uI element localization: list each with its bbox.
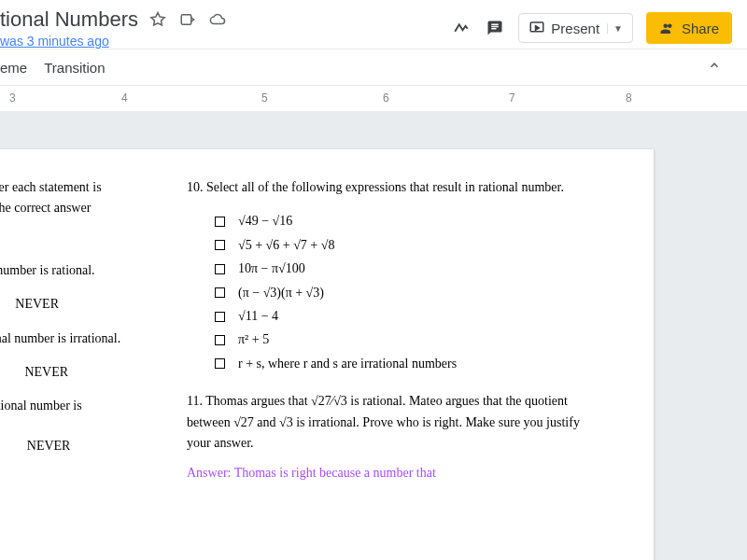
title-left: tional Numbers was 3 minutes ago xyxy=(0,7,228,49)
option-text: 10π − π√100 xyxy=(238,259,305,279)
transition-button[interactable]: Transition xyxy=(44,60,105,76)
title-bar: tional Numbers was 3 minutes ago Present… xyxy=(0,0,747,49)
checkbox-icon[interactable] xyxy=(215,264,225,274)
ruler-mark: 4 xyxy=(121,91,128,105)
present-button[interactable]: Present ▼ xyxy=(518,13,633,43)
ruler-mark: 3 xyxy=(9,91,16,105)
answer-text[interactable]: Answer: Thomas is right because a number… xyxy=(187,463,626,483)
slide-left-column: re whether each statement is . Circle th… xyxy=(0,177,168,560)
last-edit-link[interactable]: was 3 minutes ago xyxy=(0,34,228,49)
comments-icon[interactable] xyxy=(485,18,505,38)
choice-never: NEVER xyxy=(27,436,71,456)
statement-c: d an irrational number is xyxy=(0,396,168,416)
intro-line-1: re whether each statement is xyxy=(0,177,168,198)
horizontal-ruler: 3 4 5 6 7 8 xyxy=(0,86,747,112)
checkbox-icon[interactable] xyxy=(215,335,225,345)
ruler-mark: 5 xyxy=(261,91,268,105)
option-text: π² + 5 xyxy=(238,329,269,350)
q11-line2: between √27 and √3 is irrational. Prove … xyxy=(187,413,626,433)
statement-b: n irrational number is irrational. xyxy=(0,329,168,349)
title-right: Present ▼ Share xyxy=(451,12,732,44)
option-text: √11 − 4 xyxy=(238,306,278,327)
theme-button[interactable]: eme xyxy=(0,60,27,76)
choice-never: NEVER xyxy=(15,294,59,315)
statement-a: rational number is rational. xyxy=(0,260,168,281)
option-text: √49 − √16 xyxy=(238,211,292,231)
secondary-toolbar: eme Transition xyxy=(0,49,747,86)
question-10-title: 10. Select all of the following expressi… xyxy=(187,177,626,198)
cloud-saved-icon[interactable] xyxy=(207,9,228,30)
ruler-mark: 8 xyxy=(626,91,632,105)
checkbox-icon[interactable] xyxy=(215,358,225,369)
ruler-mark: 6 xyxy=(383,91,389,105)
share-button[interactable]: Share xyxy=(646,12,732,44)
checkbox-icon[interactable] xyxy=(215,287,225,298)
collapse-toolbar-icon[interactable] xyxy=(708,59,732,76)
star-icon[interactable] xyxy=(148,9,168,30)
slide-right-column: 10. Select all of the following expressi… xyxy=(187,177,626,560)
question-10-options: √49 − √16 √5 + √6 + √7 + √8 10π − π√100 … xyxy=(215,211,626,374)
option-text: √5 + √6 + √7 + √8 xyxy=(238,235,334,256)
share-label: Share xyxy=(682,21,719,36)
intro-line-2: . Circle the correct answer xyxy=(0,198,168,218)
choice-never: NEVER xyxy=(24,362,68,383)
move-icon[interactable] xyxy=(177,9,198,30)
present-label: Present xyxy=(551,21,599,36)
q11-line1: 11. Thomas argues that √27⁄√3 is rationa… xyxy=(187,391,626,412)
checkbox-icon[interactable] xyxy=(215,217,225,227)
checkbox-icon[interactable] xyxy=(215,240,225,250)
activity-icon[interactable] xyxy=(451,18,472,38)
slide[interactable]: re whether each statement is . Circle th… xyxy=(0,149,654,560)
ruler-mark: 7 xyxy=(509,91,515,105)
svg-rect-0 xyxy=(181,15,191,25)
option-text: r + s, where r and s are irrational numb… xyxy=(238,354,457,374)
q11-line3: your answer. xyxy=(187,433,626,454)
option-text: (π − √3)(π + √3) xyxy=(238,283,324,303)
document-title[interactable]: tional Numbers xyxy=(0,7,138,32)
checkbox-icon[interactable] xyxy=(215,312,225,322)
question-11: 11. Thomas argues that √27⁄√3 is rationa… xyxy=(187,391,626,454)
editor-canvas: re whether each statement is . Circle th… xyxy=(0,112,747,560)
present-dropdown-icon[interactable]: ▼ xyxy=(607,23,623,34)
